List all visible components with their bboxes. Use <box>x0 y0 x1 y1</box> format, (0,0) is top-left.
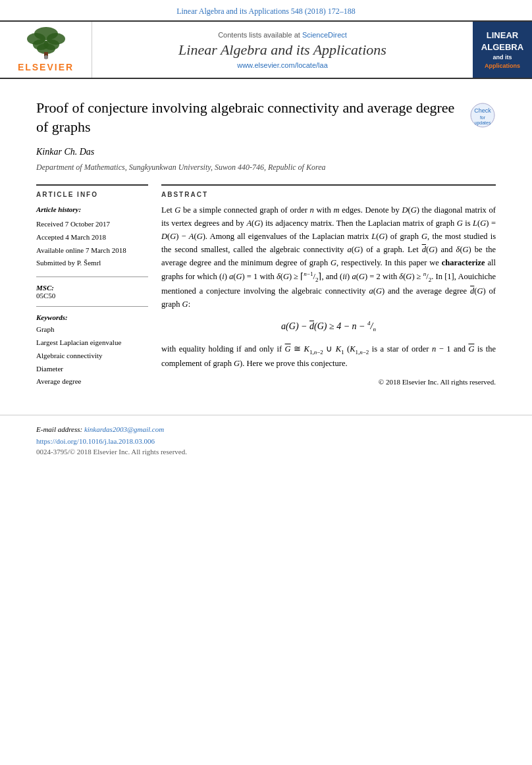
divider-2 <box>36 306 148 307</box>
journal-ref-text: Linear Algebra and its Applications 548 … <box>176 7 356 16</box>
keyword-1: Largest Laplacian eigenvalue <box>36 336 148 350</box>
bottom-section: E-mail address: kinkardas2003@gmail.com … <box>0 415 532 465</box>
keyword-3: Diameter <box>36 363 148 376</box>
header-right-line1: LINEAR <box>481 30 523 41</box>
divider-1 <box>36 277 148 277</box>
contents-text: Contents lists available at <box>218 31 300 39</box>
abstract-paragraph-1: Let G be a simple connected graph of ord… <box>161 203 496 311</box>
svg-text:Check: Check <box>474 107 491 114</box>
msc-code: 05C50 <box>36 292 55 300</box>
keywords-label: Keywords: <box>36 313 148 321</box>
header-right-line3: and its <box>492 54 512 61</box>
left-column: ARTICLE INFO Article history: Received 7… <box>36 184 148 388</box>
msc-label: MSC: <box>36 284 54 292</box>
issn-line: 0024-3795/© 2018 Elsevier Inc. All right… <box>36 448 496 456</box>
header-middle: Contents lists available at ScienceDirec… <box>92 22 473 78</box>
abstract-heading: ABSTRACT <box>161 191 496 198</box>
doi-line[interactable]: https://doi.org/10.1016/j.laa.2018.03.00… <box>36 437 496 445</box>
email-label: E-mail address: <box>36 425 82 433</box>
history-entry-3: Submitted by P. Šemrl <box>36 257 148 270</box>
email-address[interactable]: kinkardas2003@gmail.com <box>84 425 164 433</box>
keyword-2: Algebraic connectivity <box>36 350 148 363</box>
article-info-heading: ARTICLE INFO <box>36 191 148 198</box>
sciencedirect-line: Contents lists available at ScienceDirec… <box>218 31 347 39</box>
crossmark-icon: Check for updates <box>469 102 496 128</box>
keyword-0: Graph <box>36 323 148 336</box>
article-title-row: Proof of conjecture involving algebraic … <box>36 99 496 136</box>
keywords-section: Keywords: Graph Largest Laplacian eigenv… <box>36 313 148 388</box>
math-formula: a(G) − d(G) ≥ 4 − n − 4/n <box>161 319 496 334</box>
affiliation: Department of Mathematics, Sungkyunkwan … <box>36 163 496 172</box>
history-entry-0: Received 7 October 2017 <box>36 218 148 231</box>
main-content: Proof of conjecture involving algebraic … <box>0 79 532 402</box>
elsevier-text: ELSEVIER <box>18 62 74 72</box>
sciencedirect-link[interactable]: ScienceDirect <box>302 31 347 39</box>
copyright-text: © 2018 Elsevier Inc. All rights reserved… <box>161 377 496 388</box>
svg-point-7 <box>44 55 48 59</box>
two-column-section: ARTICLE INFO Article history: Received 7… <box>36 184 496 388</box>
article-history: Article history: Received 7 October 2017… <box>36 203 148 270</box>
history-entry-2: Available online 7 March 2018 <box>36 244 148 257</box>
header-right-line4: Applications <box>485 63 520 69</box>
header-right-box: LINEAR ALGEBRA and its Applications <box>473 22 532 78</box>
journal-url[interactable]: www.elsevier.com/locate/laa <box>237 61 328 69</box>
keyword-4: Average degree <box>36 375 148 388</box>
tree-icon <box>20 27 72 60</box>
journal-reference: Linear Algebra and its Applications 548 … <box>0 0 532 20</box>
journal-title-banner: Linear Algebra and its Applications <box>178 41 386 59</box>
article-title-text: Proof of conjecture involving algebraic … <box>36 99 469 136</box>
svg-text:for: for <box>480 115 486 120</box>
email-line: E-mail address: kinkardas2003@gmail.com <box>36 425 496 433</box>
header-right-line2: ALGEBRA <box>481 41 523 53</box>
msc-section: MSC: 05C50 <box>36 284 148 300</box>
header-right-text: LINEAR ALGEBRA and its Applications <box>481 30 523 70</box>
history-label: Article history: <box>36 203 148 217</box>
author-name: Kinkar Ch. Das <box>36 147 496 157</box>
header-banner: ELSEVIER Contents lists available at Sci… <box>0 20 532 79</box>
right-column: ABSTRACT Let G be a simple connected gra… <box>161 184 496 388</box>
history-entry-1: Accepted 4 March 2018 <box>36 231 148 244</box>
page: Linear Algebra and its Applications 548 … <box>0 0 532 765</box>
abstract-text: Let G be a simple connected graph of ord… <box>161 203 496 388</box>
crossmark-badge[interactable]: Check for updates <box>469 102 496 128</box>
elsevier-logo: ELSEVIER <box>0 22 92 78</box>
svg-text:updates: updates <box>475 120 491 126</box>
abstract-paragraph-2: with equality holding if and only if G ≅… <box>161 342 496 370</box>
